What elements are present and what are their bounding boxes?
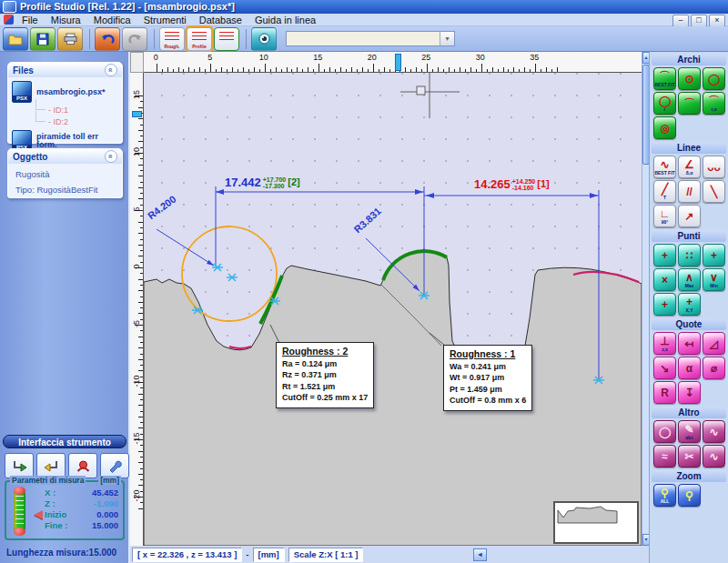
line-segment-button[interactable]: ╲ bbox=[703, 180, 725, 203]
quote-distance-2-button[interactable]: ◿ bbox=[703, 332, 725, 355]
crosshair-cursor bbox=[400, 73, 460, 118]
dimension-1[interactable]: 14.265 +14.250 -14.160 [1] bbox=[474, 178, 550, 191]
tool-button-label: ALL bbox=[661, 498, 670, 504]
point-xy-button[interactable]: +X,Y bbox=[678, 293, 701, 316]
undo-button[interactable] bbox=[95, 27, 120, 51]
section-grid-zoom: ⚲ALL⚲ bbox=[650, 483, 728, 508]
point-marker[interactable] bbox=[227, 274, 238, 281]
dimension-2[interactable]: 17.442 +17.700 -17.300 [2] bbox=[225, 176, 300, 189]
roughness-box-1[interactable]: Roughness : 1 Wa = 0.241 μm Wt = 0.917 μ… bbox=[443, 345, 532, 411]
object-subtype: Tipo: RugositàBestFit bbox=[15, 185, 115, 195]
point-line-button[interactable]: + bbox=[703, 244, 725, 266]
ruler-tick-label: 10 bbox=[259, 53, 268, 62]
compare-button[interactable]: ∿ bbox=[703, 445, 725, 467]
quote-angle-button[interactable]: α bbox=[678, 357, 701, 379]
overview-minimap[interactable] bbox=[553, 501, 639, 544]
files-panel-header: Files » bbox=[8, 63, 122, 77]
file-child-id2[interactable]: - ID:2 bbox=[48, 117, 122, 126]
point-single-button[interactable]: + bbox=[653, 293, 676, 316]
line-bestfit-button[interactable]: ∿BEST FIT bbox=[653, 156, 676, 178]
line-two-points-button[interactable]: ↗ bbox=[678, 205, 701, 227]
file-item[interactable]: PSX msambrogio.psx* bbox=[12, 81, 118, 103]
probe-forward-button[interactable] bbox=[5, 453, 34, 478]
filter-button[interactable]: ∿ bbox=[703, 420, 725, 443]
dimension-tolerance: +14.250 -14.160 bbox=[512, 178, 536, 191]
wave-remove-button[interactable]: ≈ bbox=[653, 445, 676, 467]
menu-modifica[interactable]: Modifica bbox=[87, 15, 137, 25]
menu-guida-in-linea[interactable]: Guida in linea bbox=[248, 15, 322, 25]
open-file-button[interactable] bbox=[3, 27, 28, 51]
zoom-window-button[interactable]: ⚲ bbox=[678, 484, 701, 507]
point-min-button[interactable]: ∨Min bbox=[703, 268, 725, 291]
main-toolbar: Rough.Profile ▾ bbox=[0, 26, 728, 52]
measure-length-label: Lunghezza misura: bbox=[6, 548, 89, 558]
toolbar-combobox[interactable]: ▾ bbox=[286, 31, 455, 46]
profile-view-button[interactable]: Profile bbox=[187, 27, 212, 51]
measure-length-value: 15.000 bbox=[89, 548, 117, 558]
cut-button[interactable]: ✂ bbox=[678, 445, 701, 467]
circle-point-button[interactable]: ⊙ bbox=[678, 67, 701, 90]
quote-diameter-button[interactable]: ⌀ bbox=[703, 357, 725, 379]
arc-r-alpha-icon: ⌒ bbox=[709, 96, 720, 106]
snapshot-button[interactable] bbox=[251, 27, 277, 51]
restore-button[interactable]: □ bbox=[691, 15, 707, 27]
quote-radius-button[interactable]: R bbox=[653, 381, 676, 404]
collapse-chevron-icon[interactable]: » bbox=[105, 150, 117, 163]
quote-distance-button[interactable]: ↤ bbox=[678, 332, 701, 355]
ruler-tick-label: 20 bbox=[368, 53, 377, 62]
quote-distance-3-button[interactable]: ↘ bbox=[653, 357, 676, 379]
chevron-down-icon[interactable]: ▾ bbox=[440, 32, 454, 45]
arc-r-alpha-button[interactable]: ⌒r,α bbox=[703, 92, 725, 115]
circle-r-button[interactable]: ◯r bbox=[653, 92, 676, 115]
profile-canvas[interactable]: 17.442 +17.700 -17.300 [2] 14.265 +14.25… bbox=[144, 73, 642, 546]
section-header-linee: Linee bbox=[652, 142, 726, 154]
section-grid-archi: ⌒BEST FIT⊙◯◯r⌒⌒r,α◎ bbox=[650, 66, 728, 141]
quote-axes-button[interactable]: ⊥z,x bbox=[653, 332, 676, 355]
table-view-button[interactable] bbox=[214, 27, 239, 51]
probe-setup-button[interactable] bbox=[68, 453, 97, 478]
param-x-value: 45.452 bbox=[92, 488, 118, 498]
line-tangent-button[interactable]: ╱T bbox=[653, 180, 676, 203]
close-button[interactable]: × bbox=[709, 15, 725, 27]
point-grid-button[interactable]: ∷ bbox=[678, 244, 701, 266]
zoom-all-button[interactable]: ⚲ALL bbox=[653, 484, 676, 507]
vertical-scrollbar[interactable]: ▴ ▾ bbox=[642, 52, 649, 546]
report-button[interactable]: ✎abc bbox=[678, 420, 701, 443]
ellipse-button[interactable]: ◯ bbox=[653, 420, 676, 443]
object-type: Rugosità bbox=[15, 169, 115, 179]
circle-button[interactable]: ◯ bbox=[703, 67, 725, 90]
menu-file[interactable]: File bbox=[15, 15, 45, 25]
line-double-button[interactable]: // bbox=[678, 180, 701, 203]
save-file-button[interactable] bbox=[30, 27, 56, 51]
minimize-button[interactable]: – bbox=[672, 15, 689, 27]
scroll-left-icon[interactable]: ◂ bbox=[473, 548, 487, 561]
menu-misura[interactable]: Misura bbox=[45, 15, 87, 25]
quote-point-line-button[interactable]: ↧ bbox=[678, 381, 701, 404]
menu-strumenti[interactable]: Strumenti bbox=[137, 15, 193, 25]
line-valleys-button[interactable]: ᴗᴗ bbox=[703, 156, 725, 178]
point-marker[interactable] bbox=[212, 264, 223, 271]
point-max-button[interactable]: ∧Max bbox=[678, 268, 701, 291]
arc-button[interactable]: ⌒ bbox=[678, 92, 701, 115]
params-unit: [mm] bbox=[98, 476, 121, 485]
redo-button[interactable] bbox=[122, 27, 147, 51]
line-delta-alpha-button[interactable]: ∠δ,α bbox=[678, 156, 701, 178]
section-header-quote: Quote bbox=[652, 318, 726, 330]
roughness-box-2[interactable]: Roughness : 2 Ra = 0.124 μm Rz = 0.371 μ… bbox=[276, 342, 374, 408]
point-curve-button[interactable]: + bbox=[653, 244, 676, 266]
line-90-button[interactable]: ∟90° bbox=[653, 205, 676, 227]
point-intersect-button[interactable]: × bbox=[653, 268, 676, 291]
print-button[interactable] bbox=[57, 27, 83, 51]
ruler-tick-label: 5 bbox=[207, 53, 212, 62]
probe-back-button[interactable] bbox=[36, 453, 66, 478]
quote-radius-icon: R bbox=[661, 387, 669, 398]
ruler-position-marker bbox=[395, 54, 401, 71]
menu-database[interactable]: Database bbox=[193, 15, 248, 25]
tol-minus: -14.160 bbox=[512, 185, 536, 191]
rough-view-button[interactable]: Rough. bbox=[159, 27, 185, 51]
circle-groove-button[interactable]: ◎ bbox=[653, 116, 676, 139]
file-child-id1[interactable]: - ID:1 bbox=[48, 106, 122, 115]
settings-wrench-button[interactable] bbox=[100, 453, 129, 478]
collapse-chevron-icon[interactable]: » bbox=[105, 64, 117, 76]
arc-bestfit-button[interactable]: ⌒BEST FIT bbox=[653, 67, 676, 90]
